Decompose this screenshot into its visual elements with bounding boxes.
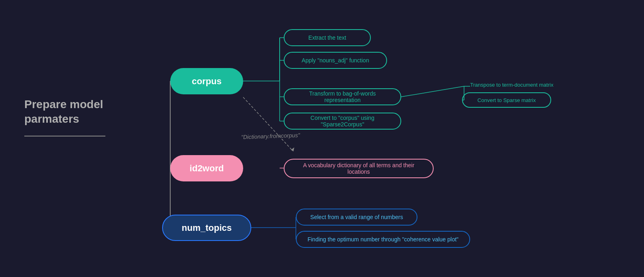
page-title: Prepare model parmaters [24, 97, 122, 127]
child-transform-bow: Transform to bag-of-words representation [284, 88, 401, 105]
child-extract-text: Extract the text [284, 29, 371, 46]
node-num-topics: num_topics [162, 215, 251, 241]
child-convert-corpus: Convert to "corpus" using "Sparse2Corpus… [284, 113, 401, 130]
child-nouns-adj: Apply "nouns_adj" function [284, 52, 387, 69]
child-select-range: Select from a valid range of numbers [296, 209, 417, 226]
label-transpose: Transpose to term-document matrix [470, 82, 553, 88]
node-id2word: id2word [170, 155, 243, 181]
svg-line-11 [401, 86, 464, 97]
diagram-container: Prepare model parmaters corpus id2word n… [0, 0, 644, 277]
node-corpus: corpus [170, 68, 243, 94]
title-underline [24, 136, 105, 136]
child-sparse: Convert to Sparse matrix [462, 92, 551, 108]
child-vocab-dict: A vocabulary dictionary of all terms and… [284, 159, 434, 178]
svg-marker-21 [291, 147, 294, 151]
child-finding-optimum: Finding the optimum number through "cohe… [296, 231, 470, 248]
dict-label: "Dictionary.fromcorpus" [241, 132, 300, 140]
